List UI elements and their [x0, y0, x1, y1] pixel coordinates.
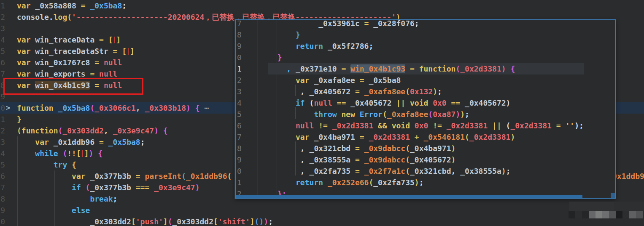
code-token: (: [86, 183, 90, 192]
code-line[interactable]: , _0x371e10 = win_0x4b1c93 = function(_0…: [268, 63, 584, 74]
mosaic-cell: [575, 211, 582, 218]
code-token: !!: [67, 149, 76, 158]
code-token: _0x9dabcc: [364, 155, 406, 164]
code-token: function: [419, 64, 456, 73]
code-token: (: [405, 167, 410, 175]
code-token: [17, 217, 90, 226]
watermark-band: [614, 202, 644, 211]
line-number: 17: [0, 182, 5, 193]
mosaic-cell: [589, 211, 595, 218]
code-line[interactable]: , _0x38555a = _0x9dabcc(_0x405672): [268, 154, 584, 165]
code-token: [268, 155, 300, 164]
code-token: [: [76, 149, 81, 158]
line-number: 1: [237, 177, 246, 188]
line-number: 5: [237, 109, 246, 120]
code-token: 0xa87: [433, 110, 455, 119]
code-line[interactable]: null != _0x2d3381 && void 0x0 != _0x2d33…: [268, 120, 584, 131]
code-token: _0x303b18: [145, 104, 186, 112]
line-number: 0: [237, 165, 246, 177]
code-line[interactable]: return _0x252e66(_0x2fa735);: [268, 177, 584, 188]
code-line[interactable]: }: [268, 52, 584, 63]
code-token: ): [574, 121, 579, 130]
code-token: ,: [286, 64, 296, 73]
code-token: [268, 30, 296, 39]
code-token: throw: [314, 110, 341, 119]
code-token: [268, 178, 296, 187]
code-token: var: [35, 138, 53, 146]
code-line[interactable]: else: [17, 205, 401, 216]
code-token: [: [122, 47, 127, 56]
code-token: win_0x4b1c93: [350, 64, 405, 73]
mosaic-cell: [582, 211, 589, 218]
code-line[interactable]: , _0x321cbd = _0x9dabcc(_0x4ba971): [268, 143, 584, 154]
code-token: while: [35, 149, 62, 158]
code-token: _0xafa8ee: [387, 110, 428, 119]
code-token: (: [58, 126, 63, 135]
line-number: 4: [237, 97, 246, 109]
code-token: }: [17, 115, 22, 124]
code-token: _0x1ddb96: [186, 172, 227, 181]
code-token: =: [81, 1, 90, 10]
code-token: _0x2d3381: [369, 133, 414, 141]
code-token: [114, 37, 115, 43]
code-line[interactable]: , _0x405672 = _0xafa8ee(0x132);: [268, 86, 584, 97]
main-gutter: 1234567891011121314151617181920: [0, 0, 5, 226]
code-token: win_traceData: [35, 35, 99, 44]
code-token: function: [17, 104, 58, 112]
code-token: ,: [300, 144, 310, 153]
code-token: =: [360, 76, 369, 85]
code-line[interactable]: }: [268, 29, 584, 40]
code-line[interactable]: _0x53961c = _0x28f076;: [268, 19, 584, 29]
code-token: (: [90, 104, 94, 112]
line-number: 9: [237, 154, 246, 165]
code-token: _0x28f076: [373, 19, 415, 28]
code-token: ): [264, 217, 268, 226]
code-token: _0x5ba8: [58, 104, 90, 112]
line-number: 12: [0, 125, 5, 136]
code-token: {: [195, 104, 200, 112]
code-token: [17, 206, 72, 215]
code-token: 0x0: [415, 121, 433, 130]
code-token: [268, 167, 300, 175]
line-number: 18: [0, 193, 5, 205]
code-line[interactable]: _0x303dd2['push'](_0x303dd2['shift']());: [17, 216, 401, 226]
code-token: _0x3066c1: [94, 104, 136, 112]
vertical-scrollbar-thumb[interactable]: [611, 193, 616, 199]
code-token: (): [255, 217, 264, 226]
code-token: =: [136, 172, 145, 181]
code-line[interactable]: , _0x2fa735 = _0x2f7a1c(_0x321cbd, _0x38…: [268, 165, 584, 177]
code-line[interactable]: return _0x5f2786;: [268, 40, 584, 52]
code-line[interactable]: var _0xafa8ee = _0x5ba8: [268, 74, 584, 86]
code-line[interactable]: var _0x4ba971 = _0x2d3381 + _0x546181(_0…: [268, 131, 584, 143]
line-number: 6: [0, 57, 5, 68]
code-token: [82, 150, 83, 157]
fold-chevron-icon[interactable]: >: [6, 102, 10, 114]
code-token: (: [310, 98, 314, 107]
code-token: ): [506, 98, 511, 107]
horizontal-scrollbar[interactable]: [236, 195, 582, 198]
code-token: (: [428, 110, 433, 119]
code-token: var: [296, 76, 314, 85]
code-token: ;: [113, 194, 118, 203]
code-token: null: [296, 121, 318, 130]
code-token: =: [355, 87, 364, 96]
code-token: [: [213, 217, 218, 226]
code-token: _0x38555a: [460, 167, 501, 175]
peek-definition-window[interactable]: 7890123456789012 _0x53961c = _0x28f076; …: [235, 19, 616, 199]
code-token: console: [17, 13, 49, 21]
code-line[interactable]: throw new Error(_0xafa8ee(0xa87));: [268, 109, 584, 120]
peek-code[interactable]: _0x53961c = _0x28f076; } return _0x5f278…: [268, 19, 584, 199]
code-token: var: [296, 133, 314, 141]
code-token: ): [501, 64, 506, 73]
code-token: _0x3e9c47: [154, 183, 195, 192]
code-token: _0xafa8ee: [364, 87, 406, 96]
code-token: [17, 194, 90, 203]
code-line[interactable]: if (null == _0x405672 || void 0x0 == _0x…: [268, 97, 584, 109]
code-token: ]: [84, 149, 89, 158]
code-line[interactable]: var _0x58a808 = _0x5ba8;: [17, 0, 401, 11]
censored-watermark: [569, 211, 643, 218]
code-token: ): [186, 104, 191, 112]
code-token: (: [62, 149, 67, 158]
code-token: {: [72, 160, 76, 169]
code-token: null: [104, 58, 122, 67]
